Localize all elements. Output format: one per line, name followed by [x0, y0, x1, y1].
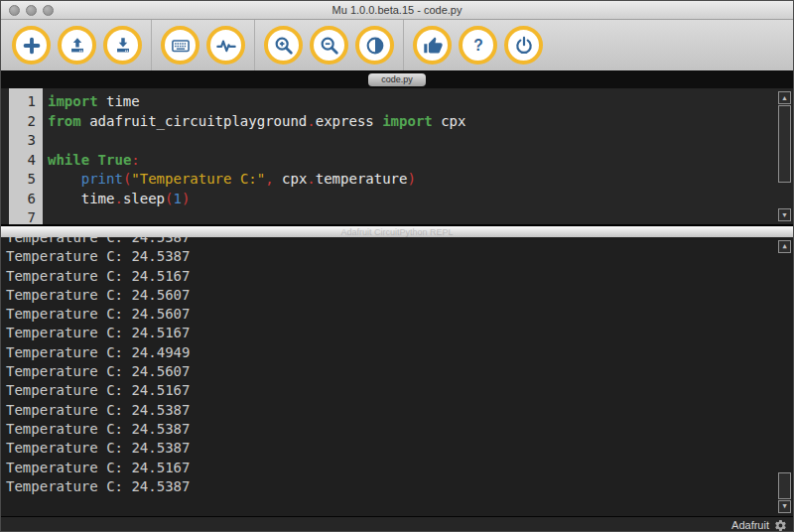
code-token-number: 1 — [173, 191, 181, 206]
code-token-keyword: import — [382, 113, 433, 129]
plotter-button[interactable] — [206, 26, 245, 65]
line-number: 3 — [9, 131, 36, 151]
code-token-plain: adafruit_circuitplayground — [81, 113, 308, 129]
zoom-out-icon — [319, 35, 340, 57]
editor-scrollbar[interactable]: ▲ ▼ — [777, 91, 792, 221]
thumbs-up-icon — [422, 35, 444, 57]
code-line[interactable] — [48, 131, 793, 151]
repl-button[interactable] — [161, 26, 199, 65]
code-token-plain: sleep — [123, 191, 165, 206]
code-token-punct: ) — [407, 171, 415, 187]
code-token-keyword: while — [48, 152, 89, 168]
check-button[interactable] — [413, 26, 452, 65]
line-number: 6 — [9, 190, 36, 209]
power-icon — [513, 35, 535, 57]
code-line[interactable]: print("Temperature C:", cpx.temperature) — [48, 170, 793, 190]
title-bar: Mu 1.0.0.beta.15 - code.py — [1, 1, 793, 20]
pane-splitter[interactable]: Adafruit CircuitPython REPL — [1, 224, 793, 237]
serial-scrollbar[interactable]: ▲ ▼ — [777, 240, 792, 513]
serial-line: Temperature C: 24.5387 — [6, 237, 793, 247]
plus-icon — [21, 35, 43, 57]
code-token-plain: cpx — [433, 113, 466, 129]
code-token-punct: : — [131, 152, 139, 168]
code-token-plain — [48, 171, 81, 187]
code-editor-pane[interactable]: 1234567 import timefrom adafruit_circuit… — [1, 88, 793, 224]
serial-scroll-up-button[interactable]: ▲ — [778, 240, 791, 253]
zoom-in-button[interactable] — [264, 26, 303, 65]
toolbar-group — [255, 26, 403, 65]
question-icon: ? — [467, 35, 489, 57]
status-bar: Adafruit — [1, 516, 793, 532]
code-token-keyword: from — [48, 113, 81, 129]
code-token-punct: . — [307, 171, 315, 187]
serial-line: Temperature C: 24.5607 — [6, 362, 793, 381]
serial-pane-title: Adafruit CircuitPython REPL — [340, 227, 453, 237]
serial-line: Temperature C: 24.5167 — [6, 381, 793, 400]
code-token-keyword: import — [48, 93, 98, 109]
code-token-plain: temperature — [316, 171, 408, 187]
code-line[interactable]: from adafruit_circuitplayground.express … — [48, 112, 793, 132]
serial-scrollbar-thumb[interactable] — [778, 472, 791, 499]
code-token-plain: cpx — [274, 171, 308, 187]
serial-output-pane[interactable]: Temperature C: 24.5387Temperature C: 24.… — [1, 237, 793, 516]
code-area[interactable]: import timefrom adafruit_circuitplaygrou… — [43, 88, 793, 224]
close-window-button[interactable] — [9, 5, 20, 16]
theme-button[interactable] — [355, 26, 394, 65]
code-line[interactable]: time.sleep(1) — [48, 190, 793, 209]
serial-line: Temperature C: 24.5387 — [6, 439, 793, 458]
serial-line: Temperature C: 24.4949 — [6, 343, 793, 362]
quit-button[interactable] — [504, 26, 543, 65]
serial-line: Temperature C: 24.5387 — [6, 247, 793, 266]
tab-code-py[interactable]: code.py — [368, 73, 426, 86]
serial-scroll-down-button[interactable]: ▼ — [778, 500, 791, 513]
minimize-window-button[interactable] — [26, 5, 37, 16]
toolbar-group — [3, 26, 151, 65]
code-token-plain: time — [98, 93, 140, 109]
contrast-icon — [364, 35, 386, 57]
serial-scrollbar-track[interactable] — [778, 253, 791, 500]
code-token-plain: express — [316, 113, 382, 129]
mu-editor-window: Mu 1.0.0.beta.15 - code.py ? code.py 123… — [0, 0, 794, 532]
help-button[interactable]: ? — [459, 26, 497, 65]
new-button[interactable] — [12, 26, 51, 65]
serial-line: Temperature C: 24.5387 — [6, 420, 793, 439]
pulse-icon — [215, 35, 237, 57]
editor-scrollbar-thumb[interactable] — [778, 105, 791, 183]
maximize-window-button[interactable] — [43, 5, 54, 16]
code-token-builtin: print — [81, 171, 123, 187]
code-line[interactable] — [48, 208, 793, 224]
download-icon — [112, 35, 134, 57]
line-number: 2 — [9, 112, 36, 132]
editor-scrollbar-track[interactable] — [778, 104, 791, 208]
serial-line: Temperature C: 24.5387 — [6, 477, 793, 496]
toolbar-group: ? — [404, 26, 552, 65]
editor-scroll-down-button[interactable]: ▼ — [778, 208, 791, 221]
code-token-punct: . — [307, 113, 315, 129]
serial-line: Temperature C: 24.5167 — [6, 459, 793, 477]
upload-icon — [66, 35, 88, 57]
toolbar-group — [152, 26, 254, 65]
serial-line: Temperature C: 24.5607 — [6, 305, 793, 324]
serial-output-text: Temperature C: 24.5387Temperature C: 24.… — [1, 237, 793, 496]
window-title: Mu 1.0.0.beta.15 - code.py — [332, 4, 463, 16]
line-number: 1 — [9, 92, 36, 112]
zoom-out-button[interactable] — [310, 26, 348, 65]
mode-label: Adafruit — [731, 519, 769, 531]
serial-line: Temperature C: 24.5607 — [6, 286, 793, 305]
editor-scroll-up-button[interactable]: ▲ — [778, 91, 791, 104]
line-number-gutter: 1234567 — [9, 88, 43, 224]
load-button[interactable] — [58, 26, 96, 65]
code-line[interactable]: while True: — [48, 151, 793, 171]
code-token-plain: time — [48, 191, 114, 206]
code-token-string: "Temperature C:" — [131, 171, 265, 187]
code-token-keyword: True — [98, 152, 132, 168]
save-button[interactable] — [103, 26, 142, 65]
serial-line: Temperature C: 24.5167 — [6, 324, 793, 342]
tab-strip: code.py — [1, 70, 793, 88]
zoom-in-icon — [273, 35, 295, 57]
line-number: 5 — [9, 170, 36, 190]
gear-icon[interactable] — [774, 519, 787, 532]
keyboard-icon — [170, 35, 192, 57]
svg-text:?: ? — [473, 37, 483, 54]
code-line[interactable]: import time — [48, 92, 793, 112]
